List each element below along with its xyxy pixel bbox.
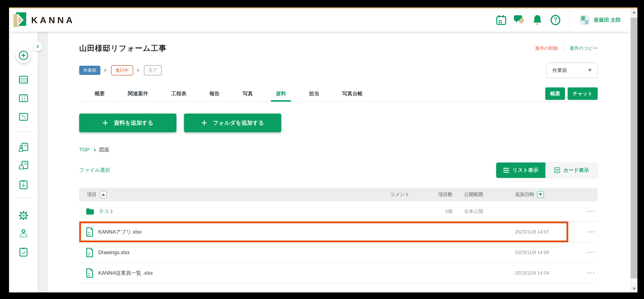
sidebar-expand-button[interactable] — [33, 42, 42, 51]
status-dropdown[interactable]: 作業前 — [546, 62, 598, 78]
row-menu-icon[interactable] — [586, 270, 596, 275]
settings-gear-icon[interactable] — [19, 211, 28, 220]
sidebar-divider — [14, 198, 33, 198]
sort-up-icon — [102, 193, 105, 196]
file-select-link[interactable]: ファイル選択 — [79, 167, 110, 174]
plus-icon — [102, 120, 108, 126]
copy-project-link[interactable]: 案件のコピー — [570, 45, 598, 52]
column-comment: コメント — [390, 191, 418, 198]
delete-project-link[interactable]: 案件の削除 — [535, 45, 558, 52]
list-view-button[interactable]: リスト表示 — [496, 162, 546, 178]
column-visibility: 公開範囲 — [452, 191, 512, 198]
calendar-icon[interactable] — [496, 14, 507, 26]
table-row[interactable]: KANNA従業員一覧 .xlsx 2023/11/8 14:04 — [79, 263, 598, 284]
file-name-link[interactable]: Drawings.xlsx — [98, 250, 130, 256]
column-count: 項目数 — [418, 191, 452, 198]
tab-overview[interactable]: 概要 — [94, 86, 106, 101]
chat-button[interactable]: チャット — [568, 88, 598, 100]
scrollbar[interactable] — [630, 8, 638, 292]
scroll-down-arrow[interactable] — [631, 285, 638, 292]
create-new-button[interactable] — [16, 48, 32, 63]
item-count: 0個 — [418, 208, 452, 215]
status-badge-done[interactable]: 完了 — [144, 65, 162, 76]
note-card-icon[interactable] — [19, 112, 28, 122]
status-dropdown-value: 作業前 — [552, 67, 567, 74]
file-icon — [86, 227, 94, 237]
scrollbar-thumb[interactable] — [631, 18, 638, 278]
table-row[interactable]: テスト 0個 全体公開 — [79, 201, 598, 222]
flow-arrow-icon — [137, 68, 140, 72]
tab-photos[interactable]: 写真 — [242, 86, 254, 101]
tab-photo-ledger[interactable]: 写真台帳 — [341, 86, 364, 101]
sidebar-gap — [38, 32, 48, 292]
sort-ascending-button[interactable] — [100, 191, 107, 198]
user-name: 亜留田 太郎 — [594, 16, 621, 24]
list-rows-icon[interactable] — [19, 75, 28, 84]
clipboard-check-icon[interactable] — [19, 247, 28, 257]
triangle-up-icon — [632, 11, 636, 13]
status-flow: 作業前 進行中 完了 作業前 — [79, 62, 598, 78]
tab-documents[interactable]: 資料 — [275, 86, 287, 101]
chevron-right-icon — [93, 148, 96, 152]
folder-icon — [86, 208, 94, 215]
customer-document-icon[interactable] — [19, 143, 28, 152]
tab-related-projects[interactable]: 関連案件 — [127, 86, 149, 101]
board-columns-icon[interactable] — [19, 93, 28, 103]
svg-text:?: ? — [554, 16, 557, 23]
table-header-row: 項目 コメント 項目数 公開範囲 追加日時 — [79, 188, 598, 201]
avatar: 亜 太 — [579, 14, 590, 26]
sidebar-divider — [14, 131, 33, 132]
added-at: 2023/11/8 14:04 — [515, 270, 549, 276]
clipboard-download-icon[interactable] — [19, 180, 28, 190]
link-separator — [564, 45, 564, 52]
file-icon — [86, 268, 94, 278]
breadcrumb-current: 図面 — [99, 146, 109, 153]
scroll-up-arrow[interactable] — [631, 8, 638, 16]
list-view-icon — [503, 168, 509, 173]
breadcrumb: TOP 図面 — [79, 146, 598, 153]
help-icon[interactable]: ? — [550, 14, 561, 26]
add-folder-button[interactable]: フォルダを追加する — [184, 114, 281, 132]
profile-person-icon[interactable] — [19, 229, 28, 238]
project-house-icon[interactable] — [19, 161, 28, 170]
flow-arrow-icon — [104, 68, 107, 72]
column-added-at: 追加日時 — [515, 191, 534, 198]
status-badge-before-work[interactable]: 作業前 — [79, 66, 100, 75]
sort-down-icon — [539, 193, 542, 196]
user-menu[interactable]: 亜 太 亜留田 太郎 — [579, 14, 621, 26]
status-badge-in-progress[interactable]: 進行中 — [111, 65, 133, 76]
card-view-button[interactable]: カード表示 — [546, 162, 598, 178]
row-menu-icon[interactable] — [586, 230, 596, 234]
kanna-logo-icon — [14, 12, 26, 28]
file-name-link[interactable]: KANNAアプリ.xlsx — [98, 228, 142, 236]
tab-schedule[interactable]: 工程表 — [170, 86, 188, 101]
report-button[interactable]: 帳票 — [545, 88, 565, 100]
tab-assignees[interactable]: 担当 — [308, 86, 320, 101]
file-icon — [86, 248, 94, 258]
top-bar: KANNA — [9, 8, 630, 32]
breadcrumb-top-link[interactable]: TOP — [79, 147, 90, 153]
row-menu-icon[interactable] — [586, 209, 596, 214]
table-row-highlighted[interactable]: KANNAアプリ.xlsx 2023/11/8 14:07 — [79, 222, 598, 242]
folder-name-link[interactable]: テスト — [99, 208, 114, 215]
kanna-logo[interactable]: KANNA — [14, 12, 75, 28]
sidebar — [9, 32, 38, 292]
table-row[interactable]: Drawings.xlsx 2023/11/8 14:06 — [79, 242, 598, 263]
chat-icon[interactable] — [514, 14, 525, 26]
view-toggle: リスト表示 カード表示 — [496, 162, 598, 178]
row-menu-icon[interactable] — [586, 250, 596, 255]
sort-descending-button[interactable] — [537, 191, 544, 198]
column-item: 項目 — [87, 191, 96, 198]
added-at: 2023/11/8 14:07 — [515, 229, 549, 234]
topbar-actions: ? 亜 太 亜留田 太郎 — [496, 10, 621, 30]
file-name-link[interactable]: KANNA従業員一覧 .xlsx — [98, 270, 153, 276]
app-window: KANNA — [9, 8, 638, 292]
tab-reports[interactable]: 報告 — [208, 86, 221, 101]
logo-text: KANNA — [31, 15, 75, 25]
documents-table: 項目 コメント 項目数 公開範囲 追加日時 — [79, 188, 598, 284]
added-at: 2023/11/8 14:06 — [515, 250, 549, 255]
notification-bell-icon[interactable] — [532, 14, 543, 26]
add-document-button[interactable]: 資料を追加する — [79, 114, 176, 132]
triangle-down-icon — [632, 288, 636, 290]
main-area: 山田様邸リフォーム工事 案件の削除 案件のコピー 作業前 進行中 完了 作業前 — [9, 32, 630, 292]
